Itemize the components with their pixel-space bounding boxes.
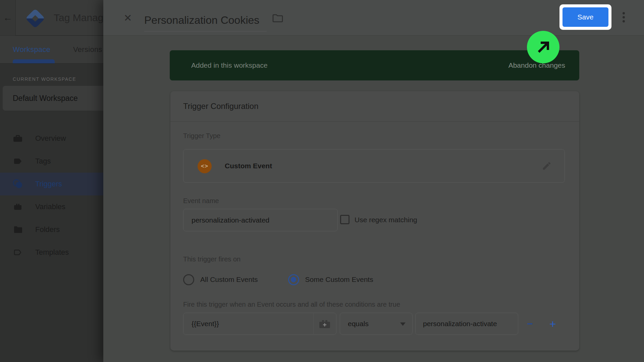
workspace-name: Default Workspace <box>13 94 78 103</box>
fires-on-options: All Custom Events Some Custom Events <box>183 271 552 288</box>
briefcase-icon <box>12 133 23 144</box>
sidebar-item-label: Overview <box>35 134 66 143</box>
add-condition-button[interactable]: + <box>545 313 561 335</box>
workspace-selector[interactable]: Default Workspace <box>3 86 107 111</box>
condition-row: {{Event}} equals personalization-activat… <box>170 313 579 335</box>
sidebar-item-templates[interactable]: Templates <box>0 241 103 264</box>
card-title: Trigger Configuration <box>183 102 259 111</box>
back-arrow-icon: ← <box>3 12 12 23</box>
radio-label: Some Custom Events <box>305 276 373 284</box>
back-button[interactable]: ← <box>0 0 16 36</box>
sidebar-item-folders[interactable]: Folders <box>0 218 103 241</box>
tab-bar: Workspace Versions <box>0 36 103 64</box>
conditions-label: Fire this trigger when an Event occurs a… <box>183 301 400 308</box>
sidebar-nav: Overview Tags Triggers <box>0 127 103 264</box>
sidebar-item-label: Folders <box>35 225 60 234</box>
tag-manager-logo-icon <box>27 10 44 27</box>
folder-icon[interactable] <box>272 13 284 24</box>
annotation-click-badge <box>527 31 559 63</box>
gtm-screen: ← Tag Manager Workspace Versions CURRENT… <box>0 0 644 362</box>
abandon-changes-link[interactable]: Abandon changes <box>508 61 565 69</box>
trigger-name-text: Personalization Cookies <box>144 14 267 32</box>
event-name-label: Event name <box>183 197 219 205</box>
sidebar-item-label: Triggers <box>35 180 62 188</box>
condition-value-field[interactable]: personalization-activate <box>415 313 518 335</box>
overlapping-circles-icon <box>12 179 23 189</box>
top-bar: ← Tag Manager <box>0 0 103 36</box>
field-divider <box>313 313 314 334</box>
radio-label: All Custom Events <box>200 276 258 284</box>
remove-condition-button[interactable]: − <box>522 313 538 335</box>
banner-status-text: Added in this workspace <box>191 61 268 69</box>
current-workspace-label: CURRENT WORKSPACE <box>13 76 76 82</box>
active-tab-indicator <box>13 59 55 63</box>
code-brackets-icon: <> <box>198 159 212 173</box>
regex-checkbox[interactable] <box>340 215 350 224</box>
condition-variable-value: {{Event}} <box>192 320 219 328</box>
page-behind-modal: ← Tag Manager Workspace Versions CURRENT… <box>0 0 103 362</box>
modal-header: ✕ Personalization Cookies Save <box>103 0 644 36</box>
edit-pencil-icon[interactable] <box>542 161 552 171</box>
sidebar-item-label: Tags <box>35 157 51 166</box>
sidebar-item-overview[interactable]: Overview <box>0 127 103 150</box>
radio-all-custom-events[interactable] <box>183 274 194 285</box>
close-icon[interactable]: ✕ <box>121 0 135 36</box>
event-name-input[interactable]: personalization-activated <box>183 209 338 231</box>
condition-operator-dropdown[interactable]: equals <box>340 313 413 335</box>
card-header: Trigger Configuration <box>170 91 579 122</box>
sidebar-item-label: Variables <box>35 202 65 211</box>
condition-operator-value: equals <box>348 320 369 328</box>
event-name-value: personalization-activated <box>192 216 269 224</box>
save-button[interactable]: Save <box>562 7 608 27</box>
arrow-up-right-icon <box>534 38 553 57</box>
more-options-icon[interactable] <box>623 12 625 22</box>
fires-on-label: This trigger fires on <box>183 255 240 263</box>
save-spotlight-frame: Save <box>559 4 611 30</box>
variable-picker-brick-icon[interactable] <box>317 318 332 330</box>
radio-some-custom-events[interactable] <box>288 274 299 285</box>
chevron-down-icon <box>400 322 406 326</box>
tag-outline-icon <box>12 247 23 258</box>
condition-value-text: personalization-activate <box>423 320 497 328</box>
trigger-type-box[interactable]: <> Custom Event <box>183 149 565 183</box>
regex-checkbox-label: Use regex matching <box>355 210 417 230</box>
tag-icon <box>12 156 23 167</box>
trigger-edit-modal: ✕ Personalization Cookies Save Added in … <box>103 0 644 362</box>
trigger-name-field[interactable]: Personalization Cookies <box>144 0 267 36</box>
sidebar-item-label: Templates <box>35 248 69 257</box>
sidebar-item-tags[interactable]: Tags <box>0 150 103 173</box>
sidebar-item-triggers[interactable]: Triggers <box>0 173 103 195</box>
trigger-type-label: Trigger Type <box>183 132 220 140</box>
tab-versions[interactable]: Versions <box>73 36 102 63</box>
folder-icon <box>12 224 23 235</box>
sidebar-item-variables[interactable]: Variables <box>0 195 103 218</box>
workspace-status-banner: Added in this workspace Abandon changes <box>170 50 579 80</box>
trigger-type-value: Custom Event <box>225 149 272 182</box>
lego-brick-icon <box>12 201 23 212</box>
condition-variable-field[interactable]: {{Event}} <box>183 313 336 335</box>
trigger-configuration-card: Trigger Configuration Trigger Type <> Cu… <box>170 91 579 351</box>
